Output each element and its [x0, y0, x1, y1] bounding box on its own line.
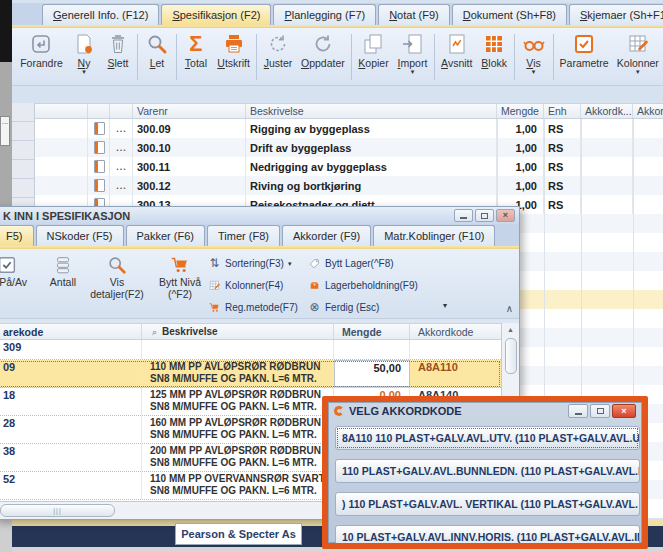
- chevron-down-icon: ▾: [532, 69, 536, 75]
- col-akkord2[interactable]: Akkor: [633, 104, 663, 118]
- ferdig-button[interactable]: ⊗Ferdig (Esc): [308, 299, 418, 316]
- juster-button[interactable]: Juster: [259, 31, 297, 85]
- table-row[interactable]: ... 300.11 Nedrigging av byggeplass 1,00…: [35, 157, 663, 176]
- tab-dokument[interactable]: Dokument (Sh+F8): [452, 4, 567, 25]
- picker-row[interactable]: 309: [0, 340, 501, 360]
- stack-icon: [52, 254, 74, 276]
- maximize-button[interactable]: [475, 209, 494, 222]
- check-square-icon: [572, 32, 596, 56]
- scroll-thumb[interactable]: |||: [0, 504, 115, 517]
- tab-spesifikasjon[interactable]: Spesifikasjon (F2): [161, 4, 271, 25]
- close-button[interactable]: ×: [612, 404, 636, 418]
- row-options-button[interactable]: ...: [110, 138, 133, 157]
- antall-button[interactable]: Antall: [45, 254, 81, 288]
- maximize-button[interactable]: [590, 404, 610, 418]
- cell-enh: RS: [544, 176, 581, 195]
- lagerbeholdning-button[interactable]: Lagerbeholdning(F9): [308, 277, 418, 294]
- glasses-icon: [522, 32, 546, 56]
- slett-button[interactable]: Slett: [101, 31, 135, 85]
- picker-title-bar[interactable]: K INN I SPESIFIKASJON ×: [0, 207, 519, 224]
- app-logo-icon: [334, 406, 344, 416]
- total-button[interactable]: ΣTotal: [179, 31, 213, 85]
- vis-button[interactable]: Vis▾: [517, 31, 551, 85]
- tab-timer[interactable]: Timer (F8): [207, 225, 280, 246]
- table-row[interactable]: ... 300.09 Rigging av byggeplass 1,00 RS: [35, 119, 663, 138]
- blokk-button[interactable]: Blokk: [477, 31, 512, 85]
- col-akkordkode[interactable]: Akkordk...: [581, 104, 633, 118]
- trash-icon: [106, 32, 130, 56]
- bytt-niva-button[interactable]: Bytt Nivå (^F2): [155, 254, 205, 300]
- bytt-lager-button[interactable]: Bytt Lager(^F8): [308, 255, 418, 272]
- tab-pakker[interactable]: Pakker (F6): [126, 225, 205, 246]
- picker-row-selected[interactable]: 09 110 MM PP AVLØPSRØR RØDBRUNSN8 M/MUFF…: [0, 360, 501, 388]
- akkord-option[interactable]: 10 PLAST+GALV.AVL.INNV.HORIS. (110 PLAST…: [335, 525, 640, 543]
- cell-enh: RS: [544, 157, 581, 176]
- col-enh[interactable]: Enh: [544, 104, 581, 118]
- chevron-down-icon: ▾: [288, 261, 292, 267]
- cell-beskrivelse: Rigging av byggeplass: [246, 119, 497, 138]
- ny-button[interactable]: Ny▾: [67, 31, 101, 85]
- section-chart-icon: [445, 32, 469, 56]
- vis-detaljer-button[interactable]: Vis detaljer(F2): [84, 254, 150, 300]
- kolonner-button[interactable]: Kolonner▾: [613, 31, 663, 85]
- note-icon: [94, 160, 105, 173]
- kopier-button[interactable]: Kopier: [354, 31, 393, 85]
- cell-varenr: 300.10: [133, 138, 246, 157]
- chevron-down-icon: ▾: [411, 69, 415, 75]
- tab-matr-koblinger[interactable]: Matr.Koblinger (F10): [373, 225, 495, 246]
- cell-varenr: 300.09: [133, 119, 246, 138]
- col-beskrivelse[interactable]: Beskrivelse: [246, 104, 497, 118]
- tab-akkorder[interactable]: Akkorder (F9): [282, 225, 371, 246]
- tab-skjermaer[interactable]: Skjemaer (Sh+F10): [569, 4, 663, 25]
- minimize-button[interactable]: [454, 209, 473, 222]
- col-akkordkode[interactable]: Akkordkode: [410, 324, 501, 339]
- more-options-dropdown[interactable]: ▾: [443, 301, 447, 310]
- note-icon: [94, 122, 105, 135]
- col-varekode[interactable]: arekode: [0, 324, 142, 339]
- row-header-strip: [12, 103, 35, 206]
- table-row[interactable]: ... 300.12 Riving og bortkjøring 1,00 RS: [35, 176, 663, 195]
- cell-enh: RS: [544, 138, 581, 157]
- kolonner-f4-button[interactable]: Kolonner(F4): [208, 277, 298, 294]
- picker-toolbar: er:På/Av Antall Vis detaljer(F2) Bytt Ni…: [0, 249, 519, 319]
- akkord-option[interactable]: 110 PLAST+GALV.AVL.BUNNLEDN. (110 PLAST+…: [335, 459, 640, 483]
- search-icon: ⌕: [150, 326, 159, 339]
- minimize-button[interactable]: [568, 404, 588, 418]
- forandre-button[interactable]: Forandre: [16, 31, 67, 85]
- row-options-button[interactable]: ...: [110, 157, 133, 176]
- filter-toggle-button[interactable]: er:På/Av: [0, 254, 35, 288]
- tab-nskoder[interactable]: NSkoder (F5): [36, 225, 124, 246]
- collapse-toolbar-button[interactable]: ∧: [506, 303, 513, 314]
- avsnitt-button[interactable]: Avsnitt: [437, 31, 477, 85]
- akkord-title-bar[interactable]: VELG AKKORDKODE ×: [328, 402, 642, 420]
- sortering-button[interactable]: ⇅Sortering(F3)▾: [208, 255, 298, 272]
- company-button[interactable]: Pearson & Specter As: [175, 523, 302, 545]
- reg-metode-button[interactable]: Reg.metode(F7): [208, 299, 298, 316]
- row-options-button[interactable]: ...: [110, 119, 133, 138]
- row-options-button[interactable]: ...: [110, 176, 133, 195]
- tag-icon: [308, 257, 321, 270]
- parametre-button[interactable]: Parametre: [555, 31, 612, 85]
- checkbox-icon: [0, 254, 18, 276]
- utskrift-button[interactable]: Utskrift: [213, 31, 254, 85]
- akkord-option[interactable]: ) 110 PLAST+GALV.AVL. VERTIKAL (110 PLAS…: [335, 492, 640, 516]
- col-varenr[interactable]: Varenr: [133, 104, 246, 118]
- tab-notat[interactable]: Notat (F9): [378, 4, 450, 25]
- new-page-icon: [72, 32, 96, 56]
- col-mengde[interactable]: Mengde: [497, 104, 544, 118]
- col-beskrivelse[interactable]: ⌕Beskrivelse: [142, 324, 334, 339]
- close-button[interactable]: ×: [496, 209, 515, 222]
- scroll-thumb[interactable]: [505, 338, 517, 374]
- oppdater-button[interactable]: Oppdater: [297, 31, 349, 85]
- table-row[interactable]: ... 300.10 Drift av byggeplass 1,00 RS: [35, 138, 663, 157]
- import-button[interactable]: Import▾: [393, 31, 432, 85]
- let-button[interactable]: Let: [140, 31, 174, 85]
- akkord-option[interactable]: 8A110 110 PLAST+GALV.AVL.UTV. (110 PLAST…: [335, 426, 640, 450]
- tab-planlegging[interactable]: Planlegging (F7): [273, 4, 376, 25]
- col-mengde[interactable]: Mengde: [334, 324, 410, 339]
- columns-pencil-icon: [626, 32, 650, 56]
- tab-generell-info[interactable]: Generell Info. (F12): [42, 4, 159, 25]
- mengde-input[interactable]: 50,00: [334, 360, 410, 387]
- scroll-up-icon[interactable]: ▲: [507, 325, 514, 335]
- tab-varer[interactable]: F5): [0, 225, 34, 246]
